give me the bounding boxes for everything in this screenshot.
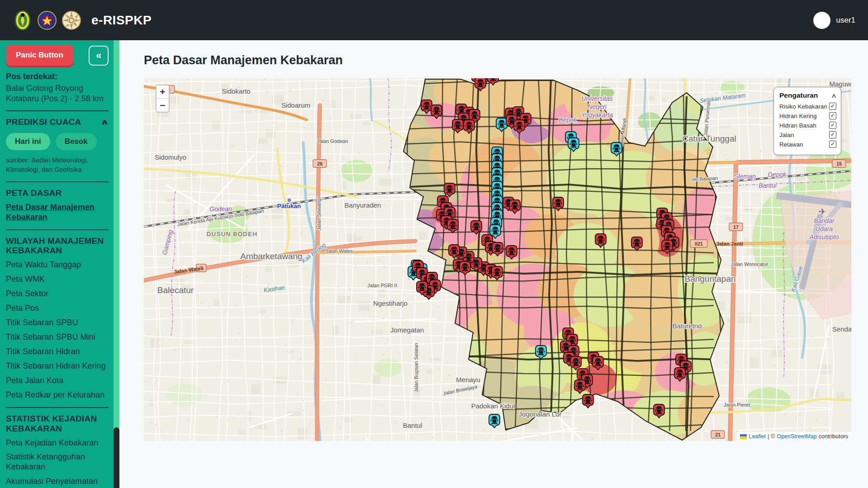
svg-text:021: 021: [695, 241, 703, 246]
chevron-up-icon[interactable]: ∧: [831, 92, 837, 99]
sidebar-item[interactable]: Titik Sebaran Hidran Kering: [6, 361, 109, 371]
svg-text:Jomegatan: Jomegatan: [390, 326, 424, 334]
map-attribution: Leaflet | © OpenStreetMap contributors: [737, 432, 851, 441]
svg-text:Jogonalan Lor: Jogonalan Lor: [518, 410, 561, 418]
user-name[interactable]: user1: [836, 16, 855, 25]
page-title: Peta Dasar Manajemen Kebakaran: [144, 53, 343, 67]
layer-label: Jalan: [779, 132, 794, 138]
layer-checkbox[interactable]: ✓: [829, 141, 836, 148]
svg-text:17: 17: [733, 224, 739, 230]
layer-checkbox[interactable]: ✓: [829, 122, 836, 129]
svg-text:Universitas: Universitas: [581, 95, 612, 102]
nav-section-heading: PETA DASAR: [6, 188, 109, 198]
svg-text:Ngestiharjo: Ngestiharjo: [373, 299, 408, 307]
svg-text:Jalan Bugisan Selatan: Jalan Bugisan Selatan: [413, 343, 419, 392]
sidebar-item[interactable]: Peta Sektor: [6, 289, 109, 299]
layer-checkbox[interactable]: ✓: [829, 112, 836, 119]
map-canvas[interactable]: ✈ 085267171502121 SidokartoSidoarumSidom…: [144, 78, 851, 441]
divider: [6, 407, 109, 408]
svg-text:Jalan Siliwangi: Jalan Siliwangi: [316, 198, 322, 231]
svg-text:Depok: Depok: [768, 171, 787, 178]
sidebar-item[interactable]: Peta Redkar per Kelurahan: [6, 390, 109, 400]
sidebar: Panic Button « Pos terdekat: Balai Goton…: [0, 40, 119, 488]
layer-label: Relawan: [779, 141, 803, 148]
sidebar-item[interactable]: Peta Jalan Kota: [6, 376, 109, 386]
sidebar-item[interactable]: Titik Sebaran Hidran: [6, 347, 109, 357]
sidebar-item[interactable]: Peta Dasar Manajemen Kebakaran: [6, 203, 109, 223]
airplane-icon: ✈: [819, 207, 826, 217]
leaflet-map[interactable]: ✈ 085267171502121 SidokartoSidoarumSidom…: [144, 78, 851, 441]
university-emblem-icon: [62, 10, 81, 30]
svg-text:Jalan Janti: Jalan Janti: [716, 241, 743, 246]
layer-toggle-row: Relawan✓: [779, 141, 836, 148]
svg-text:Jalan Pieret: Jalan Pieret: [724, 402, 750, 407]
divider: [6, 181, 109, 182]
ukraine-flag-icon: [740, 434, 747, 439]
leaflet-link[interactable]: Leaflet: [749, 433, 766, 440]
app-title: e-RISPKP: [91, 13, 152, 28]
nearest-post-value: Balai Gotong Royong Kotabaru (Pos 2) - 2…: [6, 83, 109, 104]
weather-section-heading[interactable]: PREDIKSI CUACA ∧: [6, 117, 109, 127]
sidebar-item[interactable]: Titik Sebaran SPBU Mini: [6, 332, 109, 342]
zoom-control: + −: [156, 85, 170, 113]
svg-text:Jalan Godean: Jalan Godean: [317, 138, 348, 144]
svg-text:Sidoarum: Sidoarum: [281, 101, 310, 109]
sidebar-item[interactable]: Titik Sebaran SPBU: [6, 318, 109, 328]
nearest-post-label: Pos terdekat:: [6, 72, 109, 81]
svg-text:Bantul: Bantul: [403, 422, 422, 429]
sidebar-item[interactable]: Akumulasi Penyelamatan: [6, 477, 109, 487]
panic-button[interactable]: Panic Button: [6, 45, 73, 66]
svg-text:Patukan: Patukan: [277, 203, 301, 209]
svg-text:Depok: Depok: [559, 116, 577, 123]
sidebar-item[interactable]: Peta Pos: [6, 303, 109, 313]
zoom-in-button[interactable]: +: [157, 85, 169, 99]
layer-toggle-row: Hidran Kering✓: [779, 112, 836, 119]
divider: [6, 110, 109, 111]
sidebar-item[interactable]: Statistik Ketangguhan Kebakaran: [6, 452, 109, 472]
layer-checkbox[interactable]: ✓: [829, 131, 836, 138]
svg-text:Jalan Wonocatur: Jalan Wonocatur: [731, 261, 768, 267]
svg-text:DUSUN BODEH: DUSUN BODEH: [207, 231, 258, 237]
weather-tomorrow-button[interactable]: Besok: [56, 133, 97, 150]
nav-section-heading: WILAYAH MANAJEMEN KEBAKARAN: [6, 236, 109, 256]
svg-text:15: 15: [836, 161, 842, 166]
nav-section-heading: STATISTIK KEJADIAN KEBAKARAN: [6, 414, 109, 434]
osm-link[interactable]: OpenStreetMap: [777, 433, 816, 440]
layer-checkbox[interactable]: ✓: [829, 103, 836, 110]
chevron-up-icon[interactable]: ∧: [100, 118, 109, 126]
train-station-icon: [288, 199, 291, 202]
svg-text:Sleman: Sleman: [734, 173, 756, 180]
svg-text:Negeri: Negeri: [588, 103, 607, 110]
svg-text:Catur Tunggal: Catur Tunggal: [682, 134, 736, 143]
svg-text:Padokan Kidul: Padokan Kidul: [471, 402, 515, 410]
sidebar-collapse-button[interactable]: «: [89, 46, 109, 66]
svg-text:Sendang: Sendang: [832, 325, 851, 333]
svg-text:Yogyakarta: Yogyakarta: [581, 111, 613, 118]
sidebar-item[interactable]: Peta Waktu Tanggap: [6, 260, 109, 270]
layers-panel: Pengaturan ∧ Risiko Kebakaran✓Hidran Ker…: [773, 87, 841, 155]
sidebar-item[interactable]: Peta WMK: [6, 275, 109, 284]
sidebar-scrollbar-thumb[interactable]: [114, 427, 119, 488]
weather-today-button[interactable]: Hari ini: [6, 133, 50, 150]
svg-text:Jalan Wates: Jalan Wates: [326, 248, 353, 254]
main-content: Peta Dasar Manajemen Kebakaran: [119, 40, 868, 488]
svg-text:Adisutjipto: Adisutjipto: [809, 233, 839, 241]
logo-group: [13, 10, 81, 30]
zoom-out-button[interactable]: −: [157, 99, 169, 112]
svg-text:Banyuraden: Banyuraden: [345, 201, 381, 209]
svg-text:Udara: Udara: [816, 225, 833, 232]
divider: [6, 229, 109, 230]
svg-text:Godean: Godean: [209, 205, 232, 213]
layer-label: Hidran Basah: [779, 122, 816, 129]
city-crest-icon: [13, 10, 33, 30]
svg-text:Bandar: Bandar: [814, 217, 835, 224]
app-header: e-RISPKP user1: [0, 0, 868, 40]
sidebar-scrollbar-track[interactable]: [114, 40, 119, 488]
user-avatar[interactable]: [813, 12, 830, 29]
sidebar-item[interactable]: Peta Kejadian Kebakaran: [6, 438, 109, 448]
svg-text:Ambarketawang: Ambarketawang: [240, 251, 302, 261]
layers-panel-title: Pengaturan: [779, 91, 818, 99]
svg-text:Balecatur: Balecatur: [157, 285, 194, 295]
svg-text:Baturetno: Baturetno: [672, 322, 702, 330]
svg-text:26: 26: [317, 161, 323, 166]
